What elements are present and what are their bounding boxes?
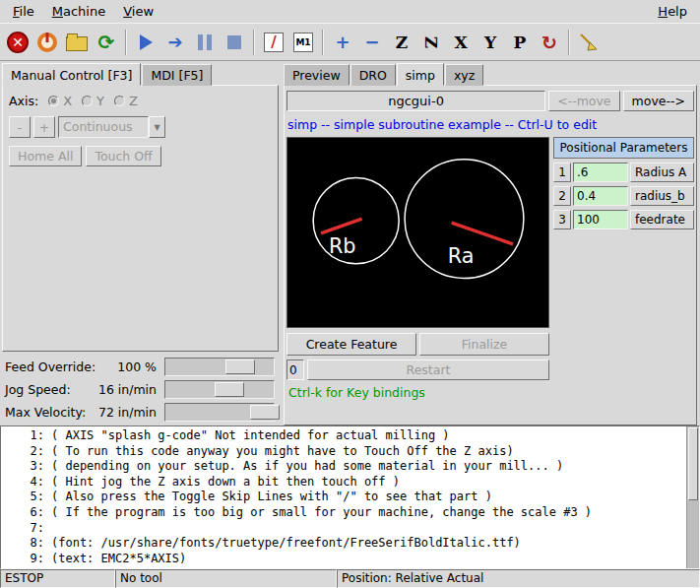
axis-x-label: X: [63, 94, 72, 108]
view-x-button[interactable]: X: [447, 29, 475, 56]
move-left-button[interactable]: <--move: [548, 91, 619, 111]
feed-override-slider[interactable]: [164, 358, 275, 376]
skip-lines-icon: /: [264, 33, 284, 52]
axis-radio-y[interactable]: Y: [82, 94, 104, 108]
open-file-button[interactable]: [63, 29, 91, 56]
zoom-in-button[interactable]: +: [329, 29, 356, 56]
jog-plus-button[interactable]: +: [33, 116, 55, 138]
reload-button[interactable]: ⟳: [93, 29, 120, 56]
gcode-line: 6:( If the program is too big or small f…: [1, 505, 699, 521]
parameter-row: 3 feedrate: [553, 210, 694, 229]
stop-button[interactable]: [221, 29, 248, 56]
menu-help-accel: H: [658, 4, 668, 19]
right-panel: Preview DRO simp xyz <--move move--> sim…: [281, 61, 700, 425]
parameter-value-entry[interactable]: [573, 186, 628, 206]
parameter-name: Radius A: [630, 163, 694, 182]
slider-handle[interactable]: [225, 359, 255, 374]
touch-off-button[interactable]: Touch Off: [86, 146, 160, 166]
menu-view[interactable]: View: [114, 2, 162, 21]
status-bar: ESTOP No tool Position: Relative Actual: [0, 569, 700, 588]
clear-plot-button[interactable]: [575, 29, 603, 56]
machine-power-button[interactable]: [33, 29, 61, 56]
optional-pause-button[interactable]: M1: [289, 29, 317, 56]
run-icon: [140, 34, 153, 50]
parameter-number: 2: [553, 186, 571, 206]
jog-row: - + Continuous ▼: [3, 112, 278, 142]
toolbar: ✕ ⟳ ➔ / M1 + − Z Z X Y P ↻: [0, 23, 700, 61]
max-velocity-slider[interactable]: [164, 403, 275, 422]
jog-speed-slider[interactable]: [164, 380, 275, 399]
tab-dro[interactable]: DRO: [350, 64, 396, 86]
restart-count-entry[interactable]: [286, 359, 304, 380]
axis-z-label: Z: [129, 94, 138, 108]
axis-radio-x[interactable]: X: [48, 94, 72, 108]
tab-preview[interactable]: Preview: [284, 64, 350, 86]
view-y-icon: Y: [484, 33, 496, 52]
parameter-row: 1 Radius A: [553, 163, 694, 182]
stop-icon: [227, 35, 241, 49]
step-button[interactable]: ➔: [161, 29, 189, 56]
tab-xyz[interactable]: xyz: [445, 64, 483, 86]
view-perspective-button[interactable]: P: [506, 29, 534, 56]
toolbar-separator: [253, 30, 255, 55]
menu-view-accel: V: [123, 4, 132, 19]
radius-b-label: Rb: [329, 234, 356, 258]
gcode-line-text: (font: /usr/share/fonts/truetype/freefon…: [44, 536, 521, 552]
jog-minus-button[interactable]: -: [9, 116, 31, 138]
gcode-line: 1:( AXIS "splash g-code" Not intended fo…: [1, 428, 699, 444]
gcode-line: 5:( Also press the Toggle Skip Lines wit…: [1, 490, 699, 505]
key-bindings-hint: Ctrl-k for Key bindings: [286, 380, 549, 400]
view-y-button[interactable]: Y: [477, 29, 504, 56]
home-all-button[interactable]: Home All: [9, 146, 82, 166]
radio-circle-icon: [82, 96, 93, 106]
view-z-button[interactable]: Z: [388, 29, 415, 56]
gcode-scrollbar[interactable]: [686, 426, 699, 568]
pause-icon: [198, 34, 212, 50]
toggle-skip-lines-button[interactable]: /: [260, 29, 287, 56]
slider-handle[interactable]: [250, 405, 280, 420]
tab-simp[interactable]: simp: [397, 63, 444, 86]
estop-button[interactable]: ✕: [4, 29, 32, 56]
run-button[interactable]: [132, 29, 159, 56]
gcode-line-number: 8:: [1, 536, 44, 552]
pause-button[interactable]: [191, 29, 219, 56]
gcode-line-number: 7:: [1, 521, 44, 537]
ngcgui-header-row: <--move move-->: [286, 91, 694, 111]
rotate-view-button[interactable]: ↻: [536, 29, 563, 56]
tab-mdi[interactable]: MDI [F5]: [142, 64, 212, 86]
restart-button[interactable]: Restart: [307, 359, 549, 380]
move-right-button[interactable]: move-->: [623, 91, 694, 111]
gcode-listing[interactable]: 1:( AXIS "splash g-code" Not intended fo…: [0, 425, 700, 569]
gcode-line: 9:(text: EMC2*5*AXIS): [1, 552, 699, 567]
parameter-name: feedrate: [630, 210, 694, 229]
create-feature-button[interactable]: Create Feature: [286, 333, 416, 356]
menu-machine-accel: M: [52, 4, 63, 19]
menu-help[interactable]: Help: [649, 2, 696, 21]
menu-machine[interactable]: Machine: [43, 2, 114, 21]
view-z-rotated-button[interactable]: Z: [417, 29, 445, 56]
ngcgui-name-entry[interactable]: [286, 91, 545, 111]
tab-manual-control[interactable]: Manual Control [F3]: [2, 63, 141, 86]
parameter-value-entry[interactable]: [573, 163, 628, 182]
jog-mode-value: Continuous: [58, 116, 149, 138]
jog-mode-combobox[interactable]: Continuous ▼: [58, 116, 165, 138]
radio-circle-icon: [114, 96, 125, 106]
status-machine-state: ESTOP: [0, 569, 115, 588]
menu-machine-label: achine: [63, 4, 105, 19]
slider-handle[interactable]: [215, 382, 244, 397]
jog-speed-value: 16 in/min: [97, 382, 164, 397]
parameter-value-entry[interactable]: [573, 210, 628, 229]
gcode-line-text: ( If the program is too big or small for…: [44, 505, 592, 521]
axis-radio-z[interactable]: Z: [114, 94, 138, 108]
menu-view-label: iew: [132, 4, 154, 19]
gcode-line: 2:( To run this code anyway you might ha…: [1, 444, 699, 460]
subroutine-preview-canvas: Rb Ra: [286, 137, 549, 328]
combo-arrow-icon: ▼: [149, 116, 165, 138]
finalize-button[interactable]: Finalize: [419, 333, 549, 356]
gcode-line-number: 5:: [1, 490, 44, 505]
zoom-out-button[interactable]: −: [358, 29, 386, 56]
menu-file[interactable]: File: [4, 2, 43, 21]
right-tabbar: Preview DRO simp xyz: [284, 63, 697, 86]
radio-circle-icon: [48, 96, 59, 106]
scrollbar-thumb[interactable]: [688, 427, 698, 500]
